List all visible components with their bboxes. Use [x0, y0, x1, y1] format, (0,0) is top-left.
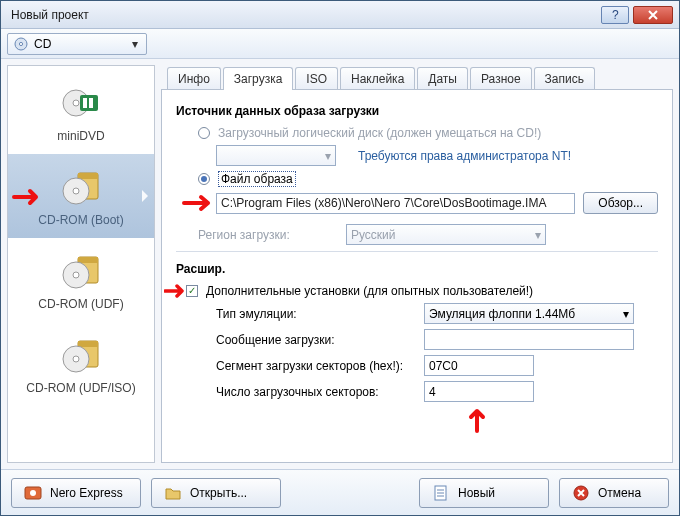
- image-path-field[interactable]: C:\Program Files (x86)\Nero\Nero 7\Core\…: [216, 193, 575, 214]
- tab-label: Наклейка: [351, 72, 404, 86]
- cdrom-udf-icon: [60, 249, 102, 291]
- region-value: Русский: [351, 228, 396, 242]
- source-section-title: Источник данных образа загрузки: [176, 104, 658, 118]
- help-button[interactable]: ?: [601, 6, 629, 24]
- svg-rect-7: [89, 98, 93, 108]
- emulation-combo[interactable]: Эмуляция флоппи 1.44Мб ▾: [424, 303, 634, 324]
- minidvd-icon: [60, 81, 102, 123]
- load-segment-label: Сегмент загрузки секторов (hex!):: [216, 359, 416, 373]
- tab-iso[interactable]: ISO: [295, 67, 338, 90]
- svg-point-11: [73, 188, 79, 194]
- radio-image-file[interactable]: [198, 173, 210, 185]
- sector-count-value: 4: [429, 385, 436, 399]
- window-title: Новый проект: [11, 8, 597, 22]
- tab-label: Инфо: [178, 72, 210, 86]
- tab-boot[interactable]: Загрузка: [223, 67, 294, 90]
- load-segment-field[interactable]: 07C0: [424, 355, 534, 376]
- sector-count-label: Число загрузочных секторов:: [216, 385, 416, 399]
- footer: Nero Express Открыть... Новый Отмена: [1, 469, 679, 515]
- advanced-checkbox[interactable]: [186, 285, 198, 297]
- toolbar: CD ▾: [1, 29, 679, 59]
- load-segment-row: Сегмент загрузки секторов (hex!): 07C0: [216, 355, 658, 376]
- tab-misc[interactable]: Разное: [470, 67, 532, 90]
- sidebar-item-cdrom-boot[interactable]: CD-ROM (Boot): [8, 154, 154, 238]
- svg-rect-17: [78, 341, 98, 347]
- admin-rights-note: Требуются права администратора NT!: [358, 149, 571, 163]
- browse-label: Обзор...: [598, 196, 643, 210]
- sidebar-item-cdrom-udfiso[interactable]: CD-ROM (UDF/ISO): [8, 322, 154, 406]
- sector-count-row: Число загрузочных секторов: 4: [216, 381, 658, 402]
- new-document-icon: [432, 484, 450, 502]
- advanced-checkbox-label: Дополнительные установки (для опытных по…: [206, 284, 533, 298]
- button-label: Отмена: [598, 486, 641, 500]
- window: Новый проект ? CD ▾ miniDVD: [0, 0, 680, 516]
- image-path-row: C:\Program Files (x86)\Nero\Nero 7\Core\…: [216, 192, 658, 214]
- tab-dates[interactable]: Даты: [417, 67, 468, 90]
- radio-row-logical-disk: Загрузочный логический диск (должен умещ…: [198, 126, 658, 140]
- sidebar-item-label: miniDVD: [57, 129, 104, 143]
- emulation-row: Тип эмуляции: Эмуляция флоппи 1.44Мб ▾: [216, 303, 658, 324]
- sidebar-item-cdrom-udf[interactable]: CD-ROM (UDF): [8, 238, 154, 322]
- boot-message-field[interactable]: [424, 329, 634, 350]
- body: miniDVD CD-ROM (Boot) CD-ROM (UDF) CD-: [1, 59, 679, 469]
- callout-arrow-icon: [468, 405, 486, 433]
- tab-burn[interactable]: Запись: [534, 67, 595, 90]
- region-label: Регион загрузки:: [198, 228, 338, 242]
- logical-disk-row: ▾ Требуются права администратора NT!: [216, 145, 658, 166]
- boot-message-label: Сообщение загрузки:: [216, 333, 416, 347]
- chevron-down-icon: ▾: [623, 307, 629, 321]
- svg-text:?: ?: [612, 10, 619, 20]
- load-segment-value: 07C0: [429, 359, 458, 373]
- tab-strip: Инфо Загрузка ISO Наклейка Даты Разное З…: [161, 65, 673, 89]
- nero-express-button[interactable]: Nero Express: [11, 478, 141, 508]
- disc-icon: [14, 37, 28, 51]
- svg-rect-6: [83, 98, 87, 108]
- svg-point-19: [73, 356, 79, 362]
- sidebar-item-label: CD-ROM (UDF): [38, 297, 123, 311]
- svg-rect-13: [78, 257, 98, 263]
- emulation-value: Эмуляция флоппи 1.44Мб: [429, 307, 575, 321]
- emulation-label: Тип эмуляции:: [216, 307, 416, 321]
- radio-image-file-label: Файл образа: [218, 171, 296, 187]
- sidebar-item-minidvd[interactable]: miniDVD: [8, 70, 154, 154]
- titlebar: Новый проект ?: [1, 1, 679, 29]
- cdrom-udfiso-icon: [60, 333, 102, 375]
- radio-logical-disk[interactable]: [198, 127, 210, 139]
- callout-arrow-icon: [12, 188, 46, 206]
- project-type-sidebar[interactable]: miniDVD CD-ROM (Boot) CD-ROM (UDF) CD-: [7, 65, 155, 463]
- new-button[interactable]: Новый: [419, 478, 549, 508]
- sidebar-item-label: CD-ROM (Boot): [38, 213, 123, 227]
- tab-label: Загрузка: [234, 72, 283, 86]
- radio-row-image-file: Файл образа: [198, 171, 658, 187]
- radio-logical-disk-label: Загрузочный логический диск (должен умещ…: [218, 126, 541, 140]
- button-label: Новый: [458, 486, 495, 500]
- button-label: Открыть...: [190, 486, 247, 500]
- button-label: Nero Express: [50, 486, 123, 500]
- chevron-down-icon: ▾: [325, 149, 331, 163]
- svg-rect-9: [78, 173, 98, 179]
- tab-label: Даты: [428, 72, 457, 86]
- region-combo: Русский ▾: [346, 224, 546, 245]
- cancel-icon: [572, 484, 590, 502]
- advanced-section-title: Расшир.: [176, 262, 658, 276]
- separator: [176, 251, 658, 252]
- callout-arrow-icon: [182, 194, 216, 212]
- tab-label: ISO: [306, 72, 327, 86]
- browse-button[interactable]: Обзор...: [583, 192, 658, 214]
- close-button[interactable]: [633, 6, 673, 24]
- nero-express-icon: [24, 484, 42, 502]
- svg-point-21: [30, 490, 36, 496]
- media-type-dropdown[interactable]: CD ▾: [7, 33, 147, 55]
- sector-count-field[interactable]: 4: [424, 381, 534, 402]
- chevron-down-icon: ▾: [535, 228, 541, 242]
- cancel-button[interactable]: Отмена: [559, 478, 669, 508]
- cdrom-boot-icon: [60, 165, 102, 207]
- tab-label-tab[interactable]: Наклейка: [340, 67, 415, 90]
- boot-message-row: Сообщение загрузки:: [216, 329, 658, 350]
- boot-panel: Источник данных образа загрузки Загрузоч…: [161, 89, 673, 463]
- open-button[interactable]: Открыть...: [151, 478, 281, 508]
- tab-label: Запись: [545, 72, 584, 86]
- logical-disk-combo: ▾: [216, 145, 336, 166]
- tab-label: Разное: [481, 72, 521, 86]
- tab-info[interactable]: Инфо: [167, 67, 221, 90]
